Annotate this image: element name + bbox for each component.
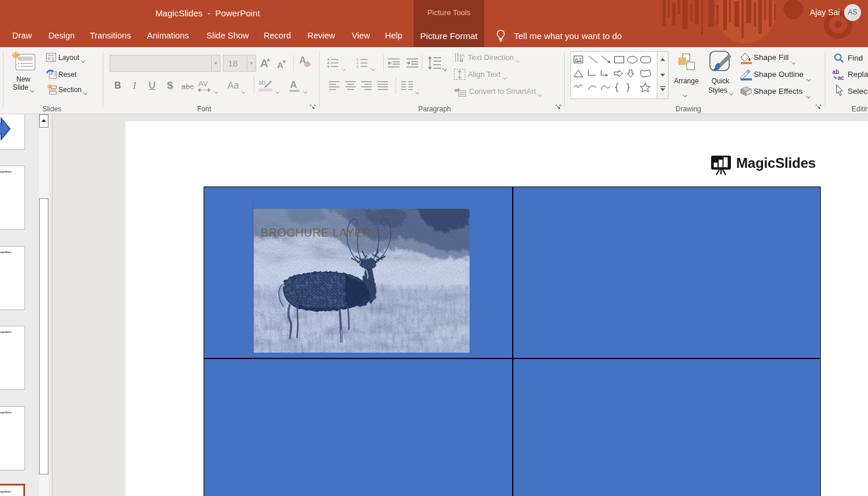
svg-text:BROCHURE LAYER 1: BROCHURE LAYER 1 (261, 226, 382, 239)
svg-text:ac: ac (838, 75, 845, 80)
svg-text:A: A (461, 52, 465, 58)
svg-text:3: 3 (356, 65, 359, 68)
